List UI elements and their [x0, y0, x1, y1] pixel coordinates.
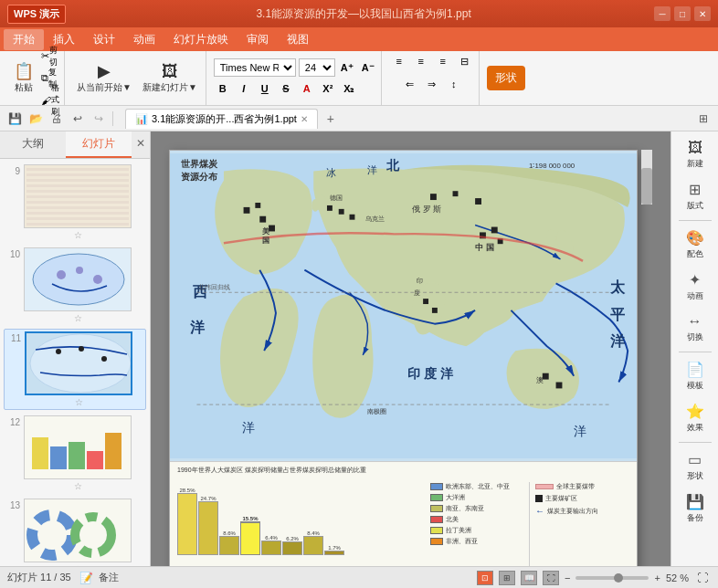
align-right-button[interactable]: ≡ — [433, 51, 453, 71]
chart-area: 1990年世界人大煤炭区 煤炭探明储量占世界煤炭探明总储量的比重 28.5% 2… — [170, 461, 637, 566]
italic-button[interactable]: I — [235, 79, 253, 98]
rp-color-button[interactable]: 🎨 配色 — [674, 225, 716, 265]
zoom-plus-button[interactable]: + — [654, 572, 660, 583]
fullscreen-button[interactable]: ⛶ — [543, 571, 559, 585]
menu-slideshow[interactable]: 幻灯片放映 — [164, 29, 238, 50]
font-size-select[interactable]: 24 — [299, 58, 335, 77]
svg-text:澳: 澳 — [536, 376, 544, 384]
sidebar-close-button[interactable]: ✕ — [132, 131, 150, 155]
rp-transition-button[interactable]: ↔ 切换 — [674, 309, 716, 348]
panel-toggle-button[interactable]: ⊞ — [694, 110, 713, 128]
underline-button[interactable]: U — [256, 79, 274, 98]
slide-canvas[interactable]: 北 冰 洋 西 洋 太 平 洋 印 度 洋 洋 洋 — [169, 150, 638, 566]
slide-star-9[interactable]: ☆ — [74, 230, 82, 240]
fullscreen-expand-button[interactable]: ⛶ — [694, 570, 711, 586]
menu-animation[interactable]: 动画 — [124, 29, 164, 50]
notes-icon[interactable]: 📝 — [79, 570, 95, 586]
rp-separator-3 — [679, 442, 712, 443]
menu-start[interactable]: 开始 — [4, 29, 44, 50]
svg-text:太: 太 — [609, 279, 626, 295]
tab-slides[interactable]: 幻灯片 — [66, 131, 132, 158]
svg-text:印: 印 — [417, 278, 423, 284]
undo-button[interactable]: ↩ — [69, 110, 87, 128]
legend-africa: 非洲、西亚 — [430, 537, 522, 546]
slide-item-11[interactable]: 11 — [4, 329, 146, 410]
subscript-button[interactable]: X₂ — [340, 79, 358, 98]
rp-animation-button[interactable]: ✦ 动画 — [674, 267, 716, 307]
slide-star-13[interactable]: ☆ — [74, 564, 82, 566]
ppt-icon: 📊 — [135, 113, 148, 125]
slide-item-13[interactable]: 13 ☆ — [4, 497, 146, 566]
shape-button[interactable]: 形状 — [487, 66, 525, 90]
copy-icon: ⧉ — [41, 72, 48, 84]
reading-view-button[interactable]: 📖 — [521, 571, 537, 585]
start-from-here-button[interactable]: ▶ 从当前开始▼ — [72, 57, 136, 100]
svg-text:美: 美 — [261, 226, 270, 236]
rp-template-icon: 📄 — [686, 361, 704, 378]
bold-button[interactable]: B — [214, 79, 232, 98]
indent-left-button[interactable]: ⇐ — [400, 74, 420, 94]
slide-view-button[interactable]: ⊞ — [499, 571, 515, 585]
slide-star-12[interactable]: ☆ — [74, 481, 82, 491]
svg-rect-31 — [491, 227, 498, 234]
minimize-button[interactable]: ─ — [654, 6, 670, 21]
menubar: 开始 插入 设计 动画 幻灯片放映 审阅 视图 — [0, 27, 718, 51]
svg-point-2 — [76, 267, 83, 274]
superscript-button[interactable]: X² — [319, 79, 337, 98]
rp-effect-button[interactable]: ⭐ 效果 — [674, 398, 716, 438]
normal-view-button[interactable]: ⊡ — [477, 571, 493, 585]
line-spacing-button[interactable]: ↕ — [444, 74, 464, 94]
slide-list: 9 ☆ 10 — [0, 159, 150, 566]
print-button[interactable]: 🖨 — [48, 110, 66, 128]
wps-logo[interactable]: WPS 演示 — [7, 5, 66, 24]
statusbar: 幻灯片 11 / 35 📝 备注 ⊡ ⊞ 📖 ⛶ − + 52 % ⛶ — [0, 566, 718, 588]
rp-layout-button[interactable]: ⊞ 版式 — [674, 176, 716, 216]
add-tab-button[interactable]: + — [322, 110, 340, 128]
slide-item-12[interactable]: 12 — [4, 414, 146, 493]
legend-lat-am: 拉丁美洲 — [430, 526, 522, 535]
scrollbar-thumb[interactable] — [641, 168, 652, 205]
slide-item-10[interactable]: 10 ☆ — [4, 246, 146, 325]
maximize-button[interactable]: □ — [674, 6, 691, 21]
close-button[interactable]: ✕ — [694, 6, 711, 21]
decrease-font-button[interactable]: A⁻ — [359, 58, 377, 77]
zoom-slider[interactable] — [575, 576, 649, 580]
font-color-button[interactable]: A — [298, 79, 316, 98]
cut-button[interactable]: ✂ 剪切 — [40, 47, 60, 67]
svg-text:俄    罗    斯: 俄 罗 斯 — [412, 205, 441, 214]
menu-review[interactable]: 审阅 — [238, 29, 278, 50]
rp-shape-button[interactable]: ▭ 形状 — [674, 446, 716, 487]
font-family-select[interactable]: Times New Ro — [214, 58, 296, 77]
new-slide-button[interactable]: 🖼 新建幻灯片▼ — [138, 57, 202, 100]
align-left-button[interactable]: ≡ — [389, 51, 409, 71]
svg-point-0 — [33, 254, 124, 305]
save-button[interactable]: 💾 — [5, 110, 24, 128]
svg-rect-28 — [339, 209, 344, 215]
svg-text:洋: 洋 — [190, 320, 206, 335]
slide-item-9[interactable]: 9 ☆ — [4, 163, 146, 242]
redo-button[interactable]: ↪ — [90, 110, 108, 128]
indent-right-button[interactable]: ⇒ — [422, 74, 442, 94]
format-brush-button[interactable]: 🖌 格式刷 — [40, 90, 60, 110]
justify-button[interactable]: ⊟ — [455, 51, 475, 71]
rp-backup-button[interactable]: 💾 备份 — [674, 488, 716, 529]
svg-text:洋: 洋 — [610, 333, 626, 349]
tab-close-button[interactable]: ✕ — [301, 114, 308, 124]
slide-star-10[interactable]: ☆ — [74, 313, 82, 323]
align-center-button[interactable]: ≡ — [411, 51, 431, 71]
menu-design[interactable]: 设计 — [84, 29, 124, 50]
rp-template-button[interactable]: 📄 模板 — [674, 356, 716, 396]
tab-outline[interactable]: 大纲 — [0, 131, 66, 158]
zoom-minus-button[interactable]: − — [565, 572, 570, 583]
increase-font-button[interactable]: A⁺ — [338, 58, 356, 77]
svg-rect-35 — [475, 198, 481, 205]
vertical-scrollbar[interactable] — [641, 150, 652, 205]
paste-button[interactable]: 📋 粘贴 — [9, 57, 38, 100]
slide-star-11[interactable]: ☆ — [75, 397, 83, 407]
zoom-thumb[interactable] — [614, 573, 623, 583]
menu-view[interactable]: 视图 — [278, 29, 318, 50]
open-button[interactable]: 📂 — [26, 110, 45, 128]
rp-new-button[interactable]: 🖼 新建 — [674, 135, 716, 174]
file-tab[interactable]: 📊 3.1能源资源的开...西省为例1.ppt ✕ — [125, 109, 318, 129]
strikethrough-button[interactable]: S — [277, 79, 295, 98]
